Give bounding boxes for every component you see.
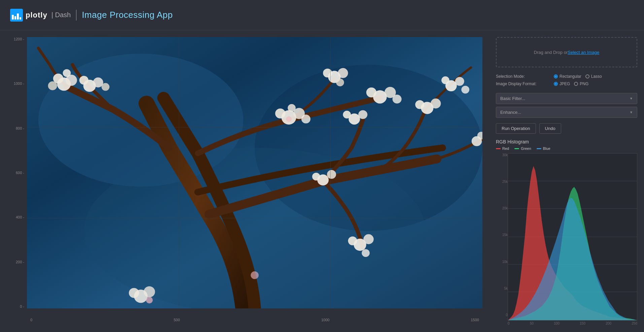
painting-svg [27,37,482,308]
image-plot-area[interactable] [27,37,482,308]
selection-mode-row: Selection Mode: Rectangular Lasso [496,74,637,79]
hist-x-50: 50 [530,322,534,325]
svg-point-31 [441,76,449,84]
legend-red-dot [496,148,501,149]
histogram-section: RGB Histogram Red Green Blue 30k [496,139,637,325]
svg-point-50 [286,116,292,122]
undo-button[interactable]: Undo [539,123,561,134]
legend-green: Green [514,146,531,151]
main-content: 1200 - 1000 - 800 - 600 - 400 - 200 - 0 … [0,30,644,332]
x-label-1000: 1000 [321,318,329,322]
svg-point-27 [431,99,441,109]
svg-point-25 [393,95,402,103]
svg-point-48 [146,297,152,303]
hist-y-10k: 10k [502,260,508,264]
svg-point-12 [102,83,110,91]
hist-y-axis: 30k 25k 20k 15k 10k 5k 0 [496,153,508,325]
image-format-label: Image Display Format: [496,81,550,86]
histogram-svg [508,154,637,320]
svg-point-46 [144,286,155,297]
svg-point-16 [301,114,310,123]
svg-point-20 [323,69,332,77]
image-chart-container: 1200 - 1000 - 800 - 600 - 400 - 200 - 0 … [10,34,482,325]
options-group: Selection Mode: Rectangular Lasso Image … [496,73,637,88]
svg-point-37 [343,111,351,119]
radio-lasso-circle [585,74,589,78]
svg-point-17 [288,104,296,112]
upload-dropzone[interactable]: Drag and Drop or Select an Image [496,37,637,67]
dropdown-container: Basic Filter... ▼ Enhance... ▼ [496,93,637,118]
y-label-1200: 1200 - [14,37,24,41]
histogram-title: RGB Histogram [496,139,637,144]
action-buttons: Run Operation Undo [496,123,637,134]
hist-x-100: 100 [554,322,560,325]
hist-x-250: 250 [632,322,637,325]
radio-rectangular-label: Rectangular [560,74,581,79]
svg-point-21 [336,78,344,86]
histogram-legend: Red Green Blue [496,146,637,151]
svg-point-40 [348,236,357,245]
svg-point-28 [415,100,424,109]
hist-x-150: 150 [580,322,585,325]
y-label-0: 0 - [20,304,24,308]
radio-jpeg-circle [554,82,558,86]
radio-rectangular-circle [554,74,558,78]
histogram-chart [508,153,637,321]
enhance-dropdown[interactable]: Enhance... ▼ [496,107,637,118]
svg-point-47 [129,288,139,298]
svg-point-15 [275,108,285,119]
svg-point-8 [63,69,71,77]
hist-x-200: 200 [606,322,611,325]
legend-blue-dot [537,148,541,149]
hist-chart-container: 0 50 100 150 200 250 [508,153,637,325]
hist-y-25k: 25k [502,180,508,184]
upload-select-link[interactable]: Select an Image [568,50,599,55]
plotly-wordmark: plotly [26,11,47,20]
y-label-1000: 1000 - [14,81,24,86]
svg-point-19 [338,68,348,78]
header-divider [76,10,76,21]
y-label-400: 400 - [16,215,24,219]
plotly-icon [10,9,23,22]
image-format-row: Image Display Format: JPEG PNG [496,81,637,86]
basic-filter-value: Basic Filter... [500,96,525,101]
y-label-200: 200 - [16,260,24,264]
run-operation-button[interactable]: Run Operation [496,123,536,134]
hist-y-30k: 30k [502,153,508,157]
hist-y-5k: 5k [504,287,508,290]
y-label-600: 600 - [16,171,24,175]
radio-jpeg[interactable]: JPEG [554,81,570,86]
selection-mode-label: Selection Mode: [496,74,550,79]
x-label-500: 500 [174,318,180,322]
enhance-arrow: ▼ [630,110,633,114]
radio-jpeg-label: JPEG [560,81,570,86]
legend-blue: Blue [537,146,550,151]
radio-rectangular[interactable]: Rectangular [554,74,581,79]
icon-bar-2 [14,16,16,20]
svg-point-44 [312,173,320,180]
dash-text: | Dash [52,11,71,19]
legend-green-label: Green [521,146,531,151]
y-label-800: 800 - [16,126,24,130]
legend-green-dot [514,148,519,149]
svg-point-11 [79,76,89,85]
basic-filter-dropdown[interactable]: Basic Filter... ▼ [496,93,637,104]
histogram-wrapper: 30k 25k 20k 15k 10k 5k 0 [496,153,637,325]
radio-png[interactable]: PNG [574,81,588,86]
plotly-logo: plotly | Dash [10,9,71,22]
upload-drag-text: Drag and Drop or [534,50,568,55]
radio-lasso-label: Lasso [591,74,602,79]
radio-png-circle [574,82,578,86]
x-label-1500: 1500 [471,318,479,322]
hist-y-15k: 15k [502,233,508,237]
app-header: plotly | Dash Image Processing App [0,0,644,30]
svg-point-7 [48,81,57,90]
svg-point-30 [455,77,464,86]
radio-lasso[interactable]: Lasso [585,74,602,79]
enhance-value: Enhance... [500,110,521,115]
icon-bar-4 [20,17,22,20]
hist-x-0: 0 [508,322,510,325]
page-title: Image Processing App [82,10,173,20]
x-label-0: 0 [30,318,32,322]
svg-point-32 [461,86,469,94]
